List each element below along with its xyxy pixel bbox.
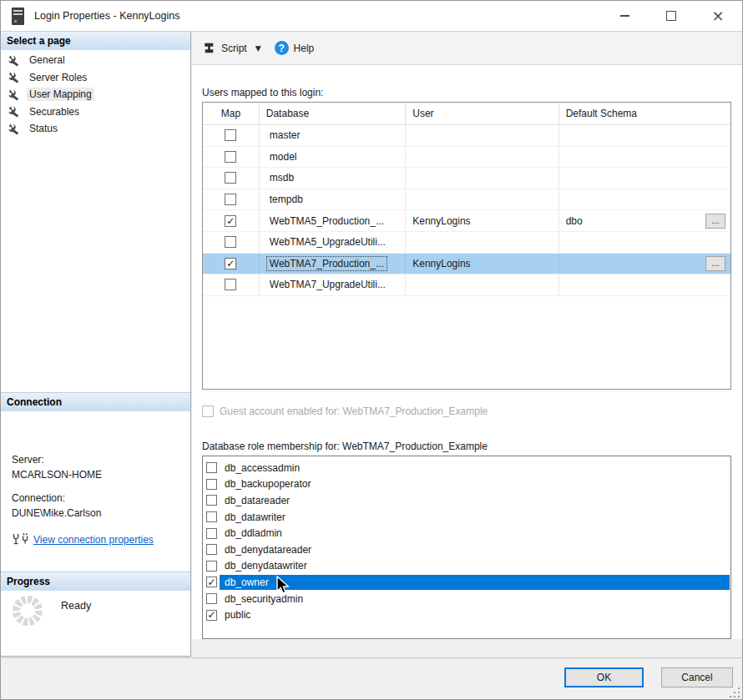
role-label: public xyxy=(222,608,253,622)
user-cell[interactable] xyxy=(406,147,559,168)
user-cell[interactable] xyxy=(406,125,559,146)
database-cell[interactable]: WebTMA7_UpgradeUtili... xyxy=(266,277,389,292)
footer: OK Cancel xyxy=(1,658,742,699)
resize-grip[interactable] xyxy=(728,686,740,697)
role-checkbox[interactable] xyxy=(206,511,217,522)
role-checkbox[interactable] xyxy=(206,479,217,490)
maximize-icon xyxy=(666,11,676,21)
select-a-page-header: Select a page xyxy=(1,32,190,50)
role-checkbox[interactable]: ✓ xyxy=(206,610,217,621)
map-checkbox[interactable]: ✓ xyxy=(225,215,236,227)
minimize-button[interactable] xyxy=(601,1,648,31)
role-item-public[interactable]: ✓ public xyxy=(203,607,730,623)
wrench-icon xyxy=(8,123,21,135)
toolbar: Script ▼ ? Help xyxy=(192,32,742,65)
user-cell[interactable] xyxy=(406,232,559,253)
server-value: MCARLSON-HOME xyxy=(12,467,190,482)
map-checkbox[interactable] xyxy=(225,194,236,205)
sidebar-page-item-status[interactable]: Status xyxy=(1,120,190,138)
role-checkbox[interactable] xyxy=(206,593,217,604)
database-cell[interactable]: tempdb xyxy=(266,192,306,207)
connection-header: Connection xyxy=(1,392,190,411)
user-cell[interactable] xyxy=(406,168,559,189)
script-button[interactable]: Script ▼ xyxy=(199,37,265,60)
close-button[interactable]: × xyxy=(695,1,741,31)
role-item-db_owner[interactable]: ✓ db_owner xyxy=(203,574,730,591)
role-checkbox[interactable] xyxy=(206,561,217,572)
column-header-user[interactable]: User xyxy=(406,103,559,124)
table-row[interactable]: master ... xyxy=(203,125,730,147)
column-header-database[interactable]: Database xyxy=(260,103,406,124)
role-item-db_ddladmin[interactable]: db_ddladmin xyxy=(203,525,730,541)
table-row[interactable]: ✓ WebTMA5_Production_... KennyLogins dbo… xyxy=(203,210,730,232)
role-checkbox[interactable] xyxy=(206,495,217,506)
connection-properties-icon xyxy=(12,532,30,546)
wrench-icon xyxy=(8,105,21,118)
role-label: db_denydatawriter xyxy=(222,559,310,572)
map-checkbox[interactable]: ✓ xyxy=(225,258,236,269)
cancel-button[interactable]: Cancel xyxy=(661,667,733,687)
user-cell[interactable]: KennyLogins xyxy=(406,210,559,231)
table-row[interactable]: WebTMA7_UpgradeUtili... ... xyxy=(203,274,730,296)
role-item-db_denydatareader[interactable]: db_denydatareader xyxy=(203,541,730,558)
role-item-db_accessadmin[interactable]: db_accessadmin xyxy=(203,460,730,476)
maximize-button[interactable] xyxy=(648,1,695,31)
role-item-db_backupoperator[interactable]: db_backupoperator xyxy=(203,476,730,493)
sidebar-page-label: Securables xyxy=(27,105,82,118)
role-checkbox[interactable]: ✓ xyxy=(206,577,217,587)
user-cell[interactable] xyxy=(406,189,559,210)
sidebar-page-item-server-roles[interactable]: Server Roles xyxy=(1,69,190,87)
role-item-db_securityadmin[interactable]: db_securityadmin xyxy=(203,591,730,607)
guest-account-label: Guest account enabled for: WebTMA7_Produ… xyxy=(220,405,488,417)
role-membership-label: Database role membership for: WebTMA7_Pr… xyxy=(202,441,488,452)
database-cell[interactable]: msdb xyxy=(266,170,297,185)
browse-schema-button[interactable]: ... xyxy=(705,256,725,271)
user-cell[interactable] xyxy=(406,274,559,295)
minimize-icon xyxy=(620,15,629,17)
user-cell[interactable]: KennyLogins xyxy=(406,254,559,274)
database-cell[interactable]: WebTMA7_Production_... xyxy=(266,256,387,271)
sidebar-page-label: User Mapping xyxy=(27,88,94,101)
database-cell[interactable]: model xyxy=(266,149,301,164)
browse-schema-button[interactable]: ... xyxy=(705,214,725,229)
role-item-db_denydatawriter[interactable]: db_denydatawriter xyxy=(203,558,730,575)
title-bar[interactable]: Login Properties - KennyLogins × xyxy=(1,1,742,32)
role-checkbox[interactable] xyxy=(206,462,217,473)
table-row[interactable]: model ... xyxy=(203,147,730,169)
role-label: db_owner xyxy=(222,576,271,589)
schema-cell[interactable]: dbo xyxy=(566,215,583,227)
role-label: db_ddladmin xyxy=(222,526,285,540)
ok-button[interactable]: OK xyxy=(564,667,644,687)
role-label: db_denydatareader xyxy=(222,543,314,556)
role-checkbox[interactable] xyxy=(206,544,217,555)
connection-value: DUNE\Mike.Carlson xyxy=(12,506,190,521)
help-button[interactable]: ? Help xyxy=(271,37,318,60)
role-item-db_datareader[interactable]: db_datareader xyxy=(203,492,730,509)
server-label: Server: xyxy=(12,452,190,467)
sidebar-page-item-general[interactable]: General xyxy=(1,52,190,69)
database-cell[interactable]: WebTMA5_Production_... xyxy=(266,214,387,229)
column-header-map[interactable]: Map xyxy=(203,103,260,124)
role-label: db_datareader xyxy=(222,494,292,507)
table-row[interactable]: ✓ WebTMA7_Production_... KennyLogins ... xyxy=(203,254,730,275)
table-row[interactable]: tempdb ... xyxy=(203,189,730,211)
script-dropdown-icon[interactable]: ▼ xyxy=(255,44,261,53)
table-row[interactable]: WebTMA5_UpgradeUtili... ... xyxy=(203,232,730,254)
close-icon: × xyxy=(711,8,724,23)
map-checkbox[interactable] xyxy=(225,279,236,290)
table-row[interactable]: msdb ... xyxy=(203,168,730,189)
map-checkbox[interactable] xyxy=(225,172,236,184)
database-cell[interactable]: WebTMA5_UpgradeUtili... xyxy=(266,234,389,249)
map-checkbox[interactable] xyxy=(225,151,236,163)
sidebar-page-item-securables[interactable]: Securables xyxy=(1,103,190,121)
wrench-icon xyxy=(8,71,21,83)
column-header-default-schema[interactable]: Default Schema xyxy=(559,103,730,124)
role-selection-highlight xyxy=(220,575,730,591)
role-item-db_datawriter[interactable]: db_datawriter xyxy=(203,509,730,526)
map-checkbox[interactable] xyxy=(225,129,236,141)
sidebar-page-item-user-mapping[interactable]: User Mapping xyxy=(1,86,190,103)
role-checkbox[interactable] xyxy=(206,528,217,539)
database-cell[interactable]: master xyxy=(266,128,304,143)
map-checkbox[interactable] xyxy=(225,236,236,248)
view-connection-properties-link[interactable]: View connection properties xyxy=(33,534,154,546)
